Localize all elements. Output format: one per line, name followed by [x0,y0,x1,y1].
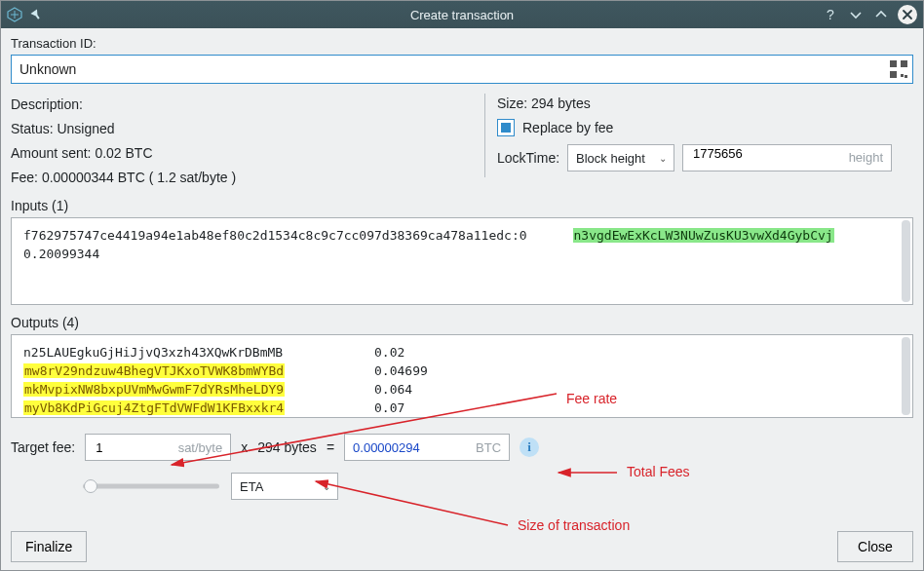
locktime-label: LockTime: [497,150,559,166]
qr-icon[interactable] [890,60,907,78]
pin-icon[interactable] [28,7,44,22]
fee-rate-input-wrap: sat/byte [85,434,231,461]
title-bar: Create transaction ? [1,1,923,28]
locktime-type-select[interactable]: Block height ⌄ [567,144,674,171]
times-label: x [241,439,248,455]
fee-rate-input[interactable] [94,439,162,456]
output-addr: n25LAUEgkuGjHiJjvQ3xzh43XQwKrDBmMB [23,345,283,360]
btc-unit: BTC [476,440,501,455]
fee-rate-unit: sat/byte [178,440,223,455]
total-fee-display-wrap: 0.00000294 BTC [344,434,510,461]
locktime-type-value: Block height [576,151,645,166]
locktime-unit: height [849,145,883,171]
status-text: Status: Unsigned [11,118,471,139]
target-fee-label: Target fee: [11,439,75,455]
outputs-box[interactable]: n25LAUEgkuGjHiJjvQ3xzh43XQwKrDBmMB 0.02 … [11,334,913,418]
close-button[interactable]: Close [837,531,913,562]
output-val: 0.02 [374,343,404,362]
amount-sent-text: Amount sent: 0.02 BTC [11,142,471,164]
close-icon[interactable] [898,5,917,24]
equals-label: = [327,439,334,455]
help-icon[interactable]: ? [822,6,839,23]
window-title: Create transaction [410,8,514,22]
output-val: 0.07 [374,399,404,417]
output-val: 0.064 [374,380,412,399]
output-addr: mkMvpixNW8bxpUVmMwGwmF7dYRsMheLDY9 [23,382,285,397]
inputs-scrollbar[interactable] [902,220,910,302]
content: Transaction ID: Description: Status: Uns… [1,28,923,570]
chevron-down-icon: ⌄ [323,481,330,492]
outputs-scrollbar[interactable] [902,337,910,415]
app-window: Create transaction ? Transaction ID: Des… [0,0,924,571]
output-addr: mw8rV29ndzuw4BhegVTJKxoTVWK8bmWYBd [23,363,285,378]
annotation-fee-rate: Fee rate [566,391,617,406]
info-icon[interactable]: i [520,438,539,457]
maximize-icon[interactable] [872,6,890,23]
replace-by-fee-checkbox[interactable] [497,119,515,136]
input-address: n3vgdEwExKcLW3NUwZusKU3vwXd4GybCvj [573,228,834,243]
chevron-down-icon: ⌄ [659,153,667,164]
inputs-box[interactable]: f762975747ce4419a94e1ab48ef80c2d1534c8c9… [11,217,913,305]
transaction-id-label: Transaction ID: [11,36,913,51]
output-row: mw8rV29ndzuw4BhegVTJKxoTVWK8bmWYBd 0.046… [23,362,901,380]
locktime-height-input[interactable] [691,145,828,162]
fee-mode-value: ETA [240,479,263,494]
finalize-button[interactable]: Finalize [11,531,87,562]
input-txref: f762975747ce4419a94e1ab48ef80c2d1534c8c9… [23,228,527,243]
fee-slider[interactable] [83,476,219,496]
minimize-icon[interactable] [847,6,865,23]
transaction-id-input[interactable] [11,55,913,84]
input-amount: 0.20099344 [23,245,901,263]
description-label: Description: [11,94,471,115]
size-bytes-label: 294 bytes [257,439,317,455]
app-icon [7,7,22,22]
fee-text: Fee: 0.00000344 BTC ( 1.2 sat/byte ) [11,167,471,188]
size-text: Size: 294 bytes [497,95,913,111]
locktime-height-input-wrap: height [682,144,892,171]
fee-mode-select[interactable]: ETA ⌄ [231,473,338,500]
output-row: myVb8KdPiGcuj4ZtgFTdVWFdW1KFBxxkr4 0.07 [23,399,901,417]
output-addr: myVb8KdPiGcuj4ZtgFTdVWFdW1KFBxxkr4 [23,400,285,415]
annotation-total-fees: Total Fees [627,464,690,479]
output-row: n25LAUEgkuGjHiJjvQ3xzh43XQwKrDBmMB 0.02 [23,343,901,362]
output-row: mkMvpixNW8bxpUVmMwGwmF7dYRsMheLDY9 0.064 [23,380,901,399]
replace-by-fee-label: Replace by fee [522,120,613,135]
inputs-label: Inputs (1) [11,198,913,213]
total-fee-value: 0.00000294 [353,440,420,455]
output-val: 0.04699 [374,362,428,380]
outputs-label: Outputs (4) [11,315,913,330]
annotation-size-tx: Size of transaction [518,517,630,533]
